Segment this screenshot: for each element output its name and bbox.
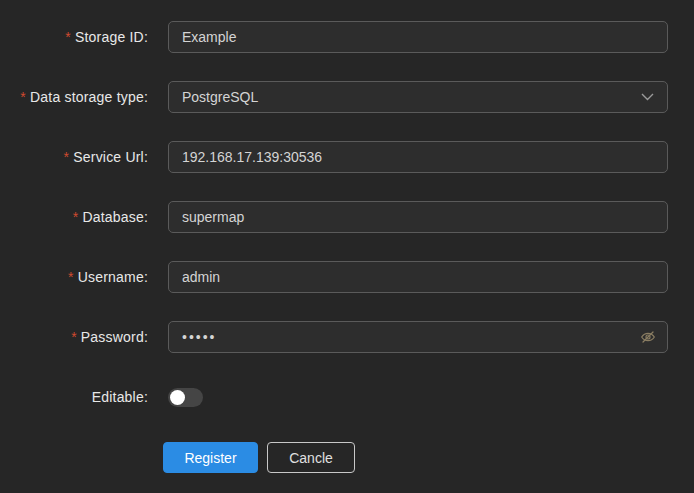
database-row: *Database: — [0, 201, 694, 233]
storage-id-row: *Storage ID: — [0, 21, 694, 53]
editable-toggle[interactable] — [168, 388, 203, 407]
chevron-down-icon — [641, 93, 654, 101]
username-label: *Username: — [0, 269, 148, 285]
data-storage-type-value: PostgreSQL — [182, 89, 258, 105]
editable-label: Editable: — [0, 389, 148, 405]
service-url-control — [168, 141, 668, 173]
required-asterisk: * — [73, 209, 79, 225]
cancel-button[interactable]: Cancle — [267, 442, 355, 473]
database-control — [168, 201, 668, 233]
required-asterisk: * — [64, 149, 70, 165]
password-label: *Password: — [0, 329, 148, 345]
register-button[interactable]: Register — [163, 442, 258, 473]
storage-id-label: *Storage ID: — [0, 29, 148, 45]
eye-invisible-icon[interactable] — [640, 329, 656, 345]
database-input[interactable] — [168, 201, 668, 233]
service-url-label: *Service Url: — [0, 149, 148, 165]
password-control — [168, 321, 668, 353]
username-control — [168, 261, 668, 293]
required-asterisk: * — [20, 89, 26, 105]
storage-id-control — [168, 21, 668, 53]
form-actions: Register Cancle — [163, 442, 694, 473]
data-storage-type-control: PostgreSQL — [168, 81, 668, 113]
data-storage-type-label: *Data storage type: — [0, 89, 148, 105]
username-input[interactable] — [168, 261, 668, 293]
required-asterisk: * — [65, 29, 71, 45]
storage-id-input[interactable] — [168, 21, 668, 53]
password-input[interactable] — [168, 321, 668, 353]
database-label: *Database: — [0, 209, 148, 225]
data-storage-type-row: *Data storage type: PostgreSQL — [0, 81, 694, 113]
data-storage-registration-form: *Storage ID: *Data storage type: Postgre… — [0, 0, 694, 473]
editable-row: Editable: — [0, 387, 694, 407]
username-row: *Username: — [0, 261, 694, 293]
required-asterisk: * — [71, 329, 77, 345]
data-storage-type-select[interactable]: PostgreSQL — [168, 81, 668, 113]
required-asterisk: * — [68, 269, 74, 285]
service-url-row: *Service Url: — [0, 141, 694, 173]
service-url-input[interactable] — [168, 141, 668, 173]
password-row: *Password: — [0, 321, 694, 353]
toggle-knob — [170, 390, 185, 405]
